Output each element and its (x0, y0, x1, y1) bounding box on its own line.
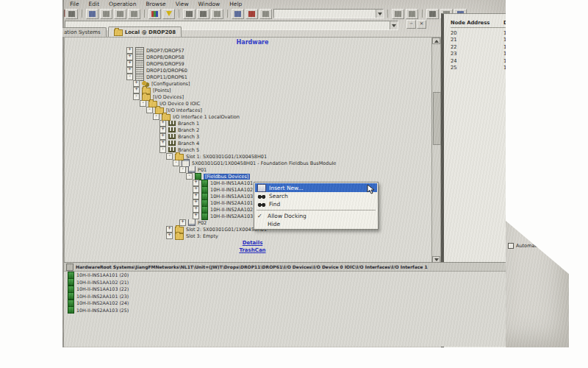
delete-icon[interactable] (245, 9, 258, 19)
tree-item[interactable]: +10H-II-INS2AA101 (65, 199, 440, 206)
table-row[interactable]: 2210H-II-INS1AA103 (451, 43, 506, 51)
export-icon[interactable] (211, 9, 223, 19)
table-row[interactable]: 2110H-II-INS1AA102 (451, 37, 506, 44)
list-item[interactable]: 10H-II-INS2AA103 (25) (64, 307, 506, 314)
select-icon[interactable] (232, 9, 244, 19)
tree-item[interactable]: +DROP9/DROP59 (65, 60, 440, 67)
tree-item-fieldbus-devices[interactable]: -[Fieldbus Devices] (65, 173, 440, 180)
tree-item[interactable]: +P02 (65, 219, 440, 226)
menu-separator (257, 210, 376, 210)
column-device[interactable]: Device (503, 20, 506, 26)
menu-item-insert-new[interactable]: Insert New... (255, 183, 377, 192)
tree-item[interactable]: -DROP11/DROP61 (65, 74, 440, 80)
open-icon[interactable] (183, 9, 196, 19)
table-row[interactable]: 2310H-II-INS2AA101 (451, 51, 506, 58)
chevron-down-icon[interactable] (376, 10, 383, 18)
copy-icon[interactable] (114, 9, 126, 19)
tree-item[interactable]: -[I/O Devices] (65, 93, 440, 100)
column-node-address[interactable]: Node Address (451, 20, 503, 26)
close-button[interactable]: ✕ (417, 20, 426, 29)
menu-item-search[interactable]: Search (255, 192, 377, 200)
scroll-up-icon[interactable] (432, 38, 440, 44)
expander-icon[interactable]: - (179, 166, 186, 173)
tree-item[interactable]: +Branch 1 (65, 120, 440, 127)
tree-item[interactable]: +[Points] (65, 87, 440, 93)
table-row[interactable]: 2410H-II-INS2AA102 (451, 57, 506, 65)
tree-item[interactable]: +Branch 4 (65, 140, 440, 146)
view-icon[interactable] (406, 9, 418, 19)
table-row[interactable]: 2010H-II-INS1AA101 (451, 29, 506, 37)
filter-icon[interactable] (162, 9, 175, 19)
expander-icon[interactable]: + (166, 233, 173, 239)
tree-item[interactable]: +[Configurations] (65, 80, 440, 87)
expander-icon[interactable]: - (133, 93, 140, 100)
expander-icon[interactable]: - (173, 160, 179, 166)
menubar-browse[interactable]: Browse (146, 1, 165, 7)
scrollbar-thumb[interactable] (433, 92, 441, 145)
expander-icon[interactable]: + (179, 219, 186, 226)
tree-item[interactable]: -Slot 1: 5X00301G01/1X00458H01 (65, 153, 440, 160)
tree-item[interactable]: +Branch 2 (65, 127, 440, 133)
tree-item[interactable]: -[I/O Interfaces] (65, 107, 440, 113)
menubar-window[interactable]: Window (198, 1, 220, 7)
scrollbar-track[interactable] (431, 38, 440, 263)
tree-item[interactable]: +Slot 3: Empty (65, 233, 440, 239)
menubar-edit[interactable]: Edit (89, 1, 100, 7)
tab-systems[interactable]: ation Systems (62, 27, 107, 37)
expander-icon[interactable]: - (126, 74, 133, 80)
toolbar-combobox[interactable] (273, 9, 384, 18)
minimize-button[interactable]: ─ (406, 20, 416, 29)
printer-icon[interactable] (65, 9, 78, 19)
tree-item[interactable]: +Slot 2: 5X00301G01/1X00458H01 (65, 226, 440, 233)
list-item[interactable]: 10H-II-INS1AA101 (20) (64, 272, 506, 279)
paste-icon[interactable] (128, 9, 140, 19)
find-icon[interactable] (392, 9, 404, 19)
palette-icon[interactable] (148, 9, 161, 19)
tree-item[interactable]: -I/O Interface 1 LocalOvation (65, 113, 440, 120)
menu-item-hide[interactable]: Hide (255, 220, 377, 228)
menubar-view[interactable]: View (176, 1, 189, 7)
tree-item[interactable]: +Branch 3 (65, 133, 440, 140)
tree-item[interactable]: -P01 (65, 166, 440, 173)
tree-item[interactable]: -I/O Device 0 IOIC (65, 100, 440, 107)
refresh-icon[interactable] (259, 9, 272, 19)
tree-item[interactable]: -5X00301G01/1X00458H01 - Foundation Fiel… (65, 160, 440, 166)
expander-icon[interactable]: - (140, 100, 146, 107)
expander-icon[interactable]: - (153, 113, 159, 120)
list-item[interactable]: 10H-II-INS2AA101 (23) (64, 293, 506, 300)
expander-icon[interactable]: - (166, 153, 173, 160)
expander-icon[interactable]: - (159, 146, 166, 153)
cut-icon[interactable] (100, 9, 112, 19)
window-icon[interactable] (426, 9, 439, 19)
tree-item[interactable]: +10H-II-INS1AA101 (65, 180, 440, 186)
branch-icon (168, 127, 176, 132)
trashcan-link[interactable]: TrashCan (65, 247, 440, 254)
tree-item[interactable]: -Branch 5 (65, 146, 440, 153)
chevron-down-icon[interactable] (390, 21, 398, 29)
expander-icon[interactable]: - (186, 173, 193, 180)
tree-item[interactable]: +10H-II-INS1AA102 (65, 186, 440, 193)
expander-icon[interactable]: - (146, 107, 153, 113)
menu-item-allow-docking[interactable]: Allow Docking (255, 212, 377, 220)
tree-item[interactable]: +10H-II-INS2AA103 (65, 213, 440, 219)
tree-item[interactable]: +10H-II-INS2AA102 (65, 206, 440, 213)
bottom-panel-header[interactable]: HardwareRoot Systems\JiangFMNetworks\NL1… (64, 263, 506, 272)
list-item[interactable]: 10H-II-INS1AA102 (21) (64, 279, 506, 286)
auto-refresh-checkbox[interactable] (508, 243, 514, 249)
tree-item[interactable]: +DROP10/DROP60 (65, 67, 440, 74)
expander-icon[interactable]: + (193, 213, 199, 219)
list-item[interactable]: 10H-II-INS1AA103 (22) (64, 286, 506, 293)
list-item[interactable]: 10H-II-INS2AA102 (24) (64, 300, 506, 307)
tree-item[interactable]: +10H-II-INS1AA103 (65, 193, 440, 199)
tree-item[interactable]: +DROP7/DROP57 (65, 47, 440, 54)
tab-local-drop208[interactable]: Local @ DROP208 (108, 26, 182, 37)
menubar-operation[interactable]: Operation (109, 1, 136, 7)
menu-item-find[interactable]: Find (255, 200, 377, 208)
tree-item[interactable]: +DROP8/DROP58 (65, 54, 440, 60)
save-icon[interactable] (197, 9, 209, 19)
menubar-help[interactable]: Help (229, 1, 242, 7)
undo-icon[interactable] (86, 9, 98, 19)
table-row[interactable]: 2510H-II-INS2AA103 (451, 65, 506, 72)
details-link[interactable]: Details (65, 239, 440, 247)
menubar-file[interactable]: File (70, 1, 79, 7)
